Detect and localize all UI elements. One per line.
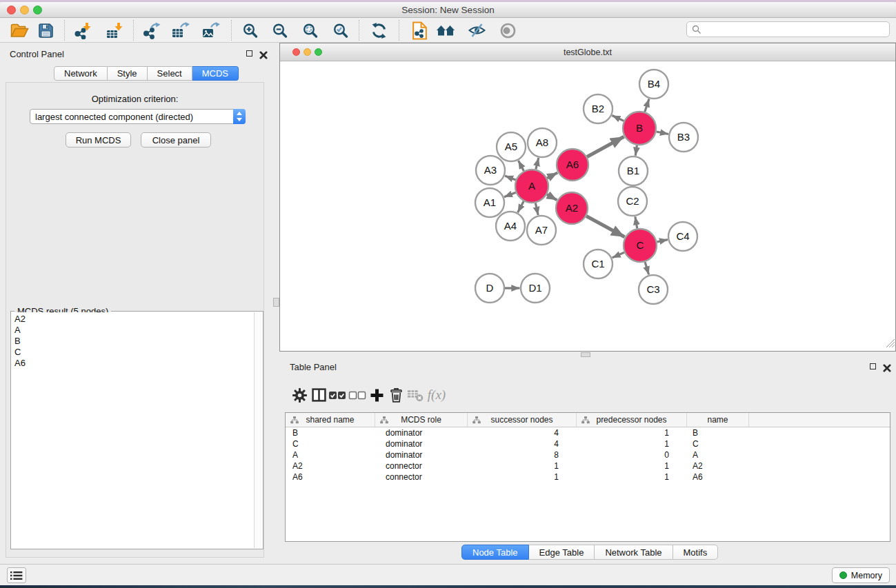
table-cell-mcds-role[interactable]: dominator xyxy=(375,438,468,449)
graph-edge-A-A2[interactable] xyxy=(547,194,557,200)
table-cell-shared-name[interactable]: A2 xyxy=(286,460,375,472)
table-cell-predecessor-nodes[interactable]: 1 xyxy=(577,427,687,438)
column-header-mcds-role[interactable]: MCDS role xyxy=(375,413,468,427)
graph-node-A7[interactable]: A7 xyxy=(527,216,556,245)
graph-edge-A-A8[interactable] xyxy=(536,158,539,170)
table-row[interactable]: Adominator80A xyxy=(286,449,890,460)
table-cell-name[interactable]: C xyxy=(687,438,749,449)
refresh-icon[interactable] xyxy=(368,21,389,40)
table-cell-mcds-role[interactable]: dominator xyxy=(375,449,468,460)
table-cell-shared-name[interactable]: C xyxy=(286,438,375,449)
graph-edge-C-C3[interactable] xyxy=(645,262,649,274)
create-column-plus-icon[interactable] xyxy=(368,386,386,404)
hide-labels-icon[interactable] xyxy=(466,21,487,40)
graph-node-A6[interactable]: A6 xyxy=(557,149,588,181)
deselect-all-columns-icon[interactable] xyxy=(348,386,366,404)
graph-node-A1[interactable]: A1 xyxy=(475,188,504,217)
open-session-icon[interactable] xyxy=(9,21,30,40)
export-network-icon[interactable] xyxy=(141,21,161,40)
window-resize-grip-icon[interactable] xyxy=(886,338,895,350)
delete-column-trash-icon[interactable] xyxy=(387,386,405,404)
table-tab-network-table[interactable]: Network Table xyxy=(595,545,673,560)
table-cell-name[interactable]: A xyxy=(687,449,749,460)
graph-node-C4[interactable]: C4 xyxy=(668,222,697,251)
show-hidden-eye-icon[interactable] xyxy=(497,21,518,40)
graph-node-C3[interactable]: C3 xyxy=(639,275,668,304)
table-cell-shared-name[interactable]: A xyxy=(286,449,375,460)
table-cell-predecessor-nodes[interactable]: 1 xyxy=(577,460,687,472)
mcds-result-item[interactable]: C xyxy=(12,347,254,358)
import-network-icon[interactable] xyxy=(72,21,93,40)
graph-node-B2[interactable]: B2 xyxy=(584,94,613,123)
graph-node-A[interactable]: A xyxy=(515,170,548,203)
mcds-result-list[interactable]: A2ABCA6 xyxy=(12,312,254,548)
table-cell-name[interactable]: A2 xyxy=(687,460,749,472)
control-panel-float-icon[interactable] xyxy=(246,50,252,57)
graph-node-A3[interactable]: A3 xyxy=(476,156,505,185)
table-panel-close-icon[interactable] xyxy=(883,363,891,371)
table-cell-successor-nodes[interactable]: 4 xyxy=(468,427,577,438)
graph-edge-A-A1[interactable] xyxy=(504,192,516,197)
table-tab-motifs[interactable]: Motifs xyxy=(673,545,719,560)
control-tab-select[interactable]: Select xyxy=(148,66,192,81)
show-column-panel-icon[interactable] xyxy=(310,386,328,404)
table-cell-shared-name[interactable]: B xyxy=(286,427,375,438)
table-row[interactable]: Bdominator41B xyxy=(286,427,890,438)
table-cell-mcds-role[interactable]: dominator xyxy=(375,427,468,438)
table-tab-node-table[interactable]: Node Table xyxy=(461,545,529,560)
graph-node-A8[interactable]: A8 xyxy=(528,128,557,157)
graph-node-B4[interactable]: B4 xyxy=(639,70,668,99)
table-cell-successor-nodes[interactable]: 8 xyxy=(468,449,577,460)
graph-edge-A-A7[interactable] xyxy=(535,203,538,215)
control-tab-style[interactable]: Style xyxy=(108,66,148,81)
table-row[interactable]: Cdominator41C xyxy=(286,438,890,449)
graph-node-A5[interactable]: A5 xyxy=(497,132,526,161)
table-cell-predecessor-nodes[interactable]: 1 xyxy=(577,438,687,449)
graph-edge-C-C4[interactable] xyxy=(657,240,668,242)
graph-edge-A6-B[interactable] xyxy=(587,136,624,156)
new-session-from-network-icon[interactable] xyxy=(409,21,430,40)
graph-edge-C-C2[interactable] xyxy=(635,216,637,228)
close-panel-button[interactable]: Close panel xyxy=(141,132,211,148)
import-table-icon[interactable] xyxy=(104,21,125,40)
mcds-result-item[interactable]: A xyxy=(12,325,254,336)
table-tab-edge-table[interactable]: Edge Table xyxy=(529,545,595,560)
graph-node-D1[interactable]: D1 xyxy=(521,274,550,303)
mcds-result-scrollbar[interactable] xyxy=(254,312,262,548)
table-cell-successor-nodes[interactable]: 1 xyxy=(468,460,577,472)
memory-button[interactable]: Memory xyxy=(832,567,890,583)
control-panel-close-icon[interactable] xyxy=(259,50,268,58)
horizontal-splitter-grip[interactable] xyxy=(581,352,590,357)
network-window-titlebar[interactable]: testGlobe.txt xyxy=(280,43,895,61)
search-input[interactable] xyxy=(705,25,889,34)
save-session-icon[interactable] xyxy=(35,21,56,40)
column-header-name[interactable]: name xyxy=(687,413,749,427)
control-tab-network[interactable]: Network xyxy=(54,66,108,81)
table-cell-predecessor-nodes[interactable]: 1 xyxy=(577,472,687,483)
graph-node-C[interactable]: C xyxy=(624,229,657,262)
graph-edge-B-B4[interactable] xyxy=(645,99,649,112)
graph-edge-A-A6[interactable] xyxy=(547,172,557,178)
export-table-icon[interactable] xyxy=(170,21,190,40)
column-header-predecessor-nodes[interactable]: predecessor nodes xyxy=(577,413,687,427)
table-cell-shared-name[interactable]: A6 xyxy=(286,472,375,483)
table-cell-successor-nodes[interactable]: 1 xyxy=(468,472,577,483)
table-panel-float-icon[interactable] xyxy=(870,363,876,369)
vertical-splitter-grip[interactable] xyxy=(273,298,279,307)
mcds-result-item[interactable]: A2 xyxy=(12,314,254,325)
graph-edge-C-C1[interactable] xyxy=(613,252,625,258)
graph-node-B3[interactable]: B3 xyxy=(669,123,698,152)
network-canvas[interactable]: ABCA6A2A1A3A4A5A7A8B1B2B3B4C1C2C3C4DD1 xyxy=(280,61,895,351)
mcds-result-item[interactable]: A6 xyxy=(12,358,254,369)
graph-node-C2[interactable]: C2 xyxy=(618,187,647,216)
control-tab-mcds[interactable]: MCDS xyxy=(192,66,239,81)
zoom-fit-icon[interactable] xyxy=(299,21,320,40)
table-cell-mcds-role[interactable]: connector xyxy=(375,460,468,472)
optimization-criterion-select[interactable]: largest connected component (directed) xyxy=(30,109,246,124)
zoom-in-icon[interactable] xyxy=(239,21,260,40)
select-all-columns-icon[interactable] xyxy=(328,386,346,404)
export-image-icon[interactable] xyxy=(200,21,221,40)
graph-node-D[interactable]: D xyxy=(475,274,504,303)
graph-edge-B-B1[interactable] xyxy=(635,145,637,156)
graph-node-C1[interactable]: C1 xyxy=(584,250,613,278)
